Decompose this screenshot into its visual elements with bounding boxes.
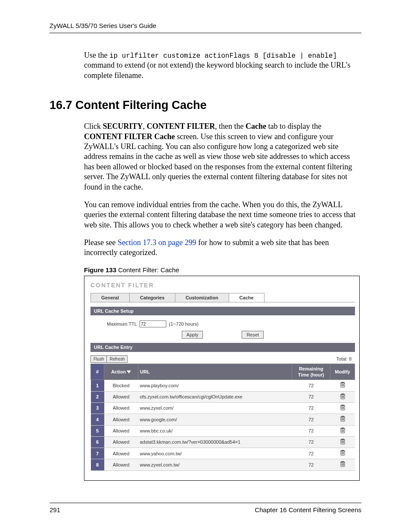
trash-icon[interactable] (340, 439, 346, 445)
table-row: 7Allowedwww.yahoo.com.tw/72 (91, 448, 355, 459)
table-row: 8Allowedwww.zyxel.com.tw/72 (91, 459, 355, 470)
max-ttl-input[interactable] (140, 320, 166, 327)
content-filter-screenshot: CONTENT FILTER General Categories Custom… (84, 276, 360, 480)
trash-icon[interactable] (340, 404, 346, 411)
cell-index: 4 (91, 414, 104, 425)
flush-button[interactable]: Flush (90, 355, 107, 363)
cell-remaining: 72 (292, 380, 330, 391)
page-number: 291 (50, 506, 60, 514)
cell-index: 6 (91, 436, 104, 448)
section-heading: 16.7 Content Filtering Cache (50, 98, 361, 113)
cell-index: 8 (91, 459, 104, 470)
running-head: ZyWALL 5/35/70 Series User's Guide (50, 22, 361, 33)
section-p3: Please see Section 17.3 on page 299 for … (84, 238, 361, 258)
page-footer: 291 Chapter 16 Content Filtering Screens (50, 503, 361, 514)
p1-pre: Click (84, 122, 103, 131)
table-row: 4Allowedwww.google.com/72 (91, 414, 355, 425)
reset-button[interactable]: Reset (242, 331, 264, 339)
cache-table: # Action URL Remaining Time (hour) Modif… (90, 364, 355, 471)
cell-action: Allowed (104, 459, 138, 470)
cell-url: www.zyxel.com/ (138, 402, 292, 414)
table-row: 3Allowedwww.zyxel.com/72 (91, 402, 355, 414)
col-header-action-label: Action (111, 369, 126, 374)
cell-remaining: 72 (292, 402, 330, 414)
tab-general[interactable]: General (90, 293, 130, 302)
p3-pre: Please see (84, 238, 118, 247)
url-cache-entry-bar: URL Cache Entry (90, 343, 355, 352)
cell-index: 1 (91, 380, 104, 391)
p1-sep2: , then the (215, 122, 246, 131)
cell-index: 2 (91, 391, 104, 402)
cell-index: 7 (91, 448, 104, 459)
cell-remaining: 72 (292, 414, 330, 425)
cell-remaining: 72 (292, 448, 330, 459)
tab-bar: General Categories Customization Cache (90, 293, 355, 302)
cell-action: Allowed (104, 436, 138, 448)
command-code: ip urlfilter customize actionFlags 8 [di… (109, 52, 337, 60)
table-row: 1Blockedwww.playboy.com/72 (91, 380, 355, 391)
col-header-action[interactable]: Action (104, 364, 138, 380)
trash-icon[interactable] (340, 416, 346, 422)
intro-after: command to extend (or not extend) the ke… (84, 61, 351, 79)
tab-cache[interactable]: Cache (229, 293, 265, 302)
cell-url: ofs.zyxel.com.tw/officescan/cgi/cgiOnUpd… (138, 391, 292, 402)
cell-url: www.zyxel.com.tw/ (138, 459, 292, 470)
cell-action: Allowed (104, 402, 138, 414)
cell-action: Blocked (104, 380, 138, 391)
tab-categories[interactable]: Categories (129, 293, 175, 302)
trash-icon[interactable] (340, 382, 346, 388)
apply-button[interactable]: Apply (182, 331, 203, 339)
section-p1: Click SECURITY, CONTENT FILTER, then the… (84, 121, 361, 192)
trash-icon[interactable] (340, 427, 346, 433)
cell-action: Allowed (104, 414, 138, 425)
cell-url: www.google.com/ (138, 414, 292, 425)
tab-customization[interactable]: Customization (175, 293, 229, 302)
p1-post: screen. Use this screen to view and conf… (84, 132, 352, 191)
url-cache-setup-bar: URL Cache Setup (90, 307, 355, 315)
col-header-url: URL (138, 364, 292, 380)
screenshot-title: CONTENT FILTER (90, 281, 355, 289)
cell-action: Allowed (104, 391, 138, 402)
cell-url: adstat3.kkman.com.tw/?ver=03000000&ad54=… (138, 436, 292, 448)
figure-label: Figure 133 (84, 266, 116, 274)
max-ttl-label: Maximum TTL (107, 321, 137, 327)
cell-url: www.yahoo.com.tw/ (138, 448, 292, 459)
p1-b4: CONTENT FILTER Cache (84, 132, 175, 141)
trash-icon[interactable] (340, 450, 346, 456)
col-header-modify: Modify (330, 364, 355, 380)
cell-index: 5 (91, 425, 104, 436)
cell-remaining: 72 (292, 391, 330, 402)
max-ttl-row: Maximum TTL (1~720 hours) (107, 320, 355, 327)
table-row: 6Allowedadstat3.kkman.com.tw/?ver=030000… (91, 436, 355, 448)
figure-title: Content Filter: Cache (116, 266, 179, 274)
table-row: 2Allowedofs.zyxel.com.tw/officescan/cgi/… (91, 391, 355, 402)
cross-ref-link[interactable]: Section 17.3 on page 299 (118, 238, 196, 247)
cell-remaining: 72 (292, 436, 330, 448)
ttl-hint: (1~720 hours) (169, 321, 199, 327)
col-header-index: # (91, 364, 104, 380)
col-header-remaining: Remaining Time (hour) (292, 364, 330, 380)
cell-action: Allowed (104, 425, 138, 436)
chapter-label: Chapter 16 Content Filtering Screens (255, 506, 361, 514)
figure-caption: Figure 133 Content Filter: Cache (84, 266, 361, 274)
p1-sep3: tab to display the (266, 122, 321, 131)
section-p2: You can remove individual entries from t… (84, 200, 361, 230)
p1-b3: Cache (246, 122, 266, 131)
trash-icon[interactable] (340, 461, 346, 467)
cell-index: 3 (91, 402, 104, 414)
refresh-button[interactable]: Refresh (106, 355, 128, 363)
intro-paragraph: Use the ip urlfilter customize actionFla… (84, 50, 361, 81)
trash-icon[interactable] (340, 393, 346, 399)
cell-remaining: 72 (292, 459, 330, 470)
sort-arrow-icon (127, 370, 131, 373)
cell-remaining: 72 (292, 425, 330, 436)
p1-sep1: , (143, 122, 147, 131)
table-row: 5Allowedwww.bbc.co.uk/72 (91, 425, 355, 436)
p1-b2: CONTENT FILTER (147, 122, 215, 131)
p1-b1: SECURITY (103, 122, 143, 131)
cell-action: Allowed (104, 448, 138, 459)
total-label: Total: 8 (336, 356, 352, 362)
intro-use-the: Use the (84, 51, 109, 59)
cell-url: www.bbc.co.uk/ (138, 425, 292, 436)
cell-url: www.playboy.com/ (138, 380, 292, 391)
